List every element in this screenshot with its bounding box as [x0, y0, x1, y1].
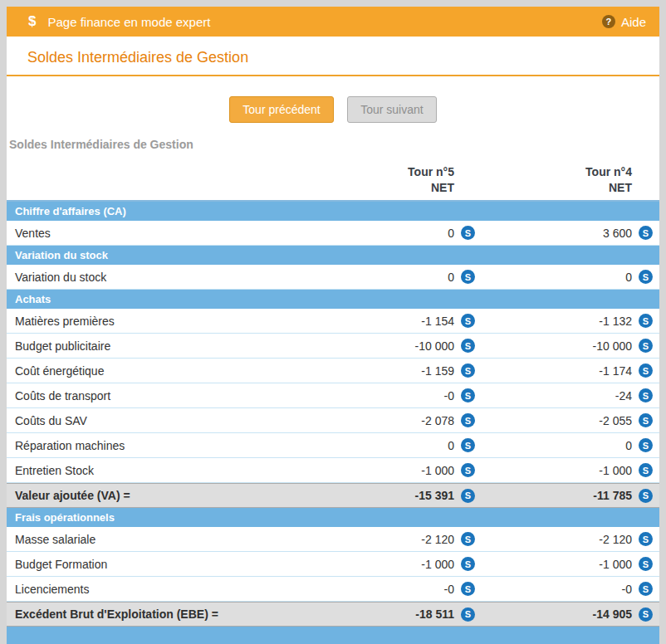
- details-s-icon[interactable]: S: [639, 363, 653, 378]
- details-s-icon[interactable]: S: [461, 363, 475, 378]
- row-label: Masse salariale: [15, 533, 292, 546]
- data-row: Masse salariale-2 120S-2 120S: [7, 527, 659, 552]
- details-s-icon[interactable]: S: [461, 314, 475, 328]
- value-text: -2 120: [599, 533, 632, 546]
- value-text: -1 154: [421, 315, 454, 328]
- value-cell: -1 000S: [475, 463, 659, 477]
- value-text: -0: [444, 389, 454, 402]
- tour-precedent-button[interactable]: Tour précédent: [229, 96, 333, 123]
- details-s-icon[interactable]: S: [461, 413, 475, 427]
- value-cell: 0S: [475, 270, 659, 284]
- value-cell: -2 120S: [292, 532, 475, 546]
- data-row: Budget publicitaire-10 000S-10 000S: [7, 334, 659, 359]
- section-header-label: Chiffre d'affaires (CA): [15, 205, 126, 217]
- value-text: -1 000: [421, 558, 454, 571]
- column-header-text: Tour n°5 NET: [408, 164, 454, 196]
- value-text: -1 132: [599, 315, 632, 328]
- column-subtitle: NET: [408, 180, 454, 196]
- details-s-icon[interactable]: S: [639, 582, 653, 596]
- details-s-icon[interactable]: S: [461, 438, 475, 452]
- data-row: Coûts de transport-0S-24S: [7, 383, 659, 408]
- value-cell: -15 391S: [292, 489, 475, 503]
- details-s-icon[interactable]: S: [461, 489, 475, 503]
- value-cell: -1 000S: [475, 557, 659, 571]
- value-cell: 0S: [292, 438, 475, 452]
- data-row: Budget Formation-1 000S-1 000S: [7, 552, 659, 577]
- column-subtitle: NET: [585, 180, 632, 196]
- details-s-icon[interactable]: S: [639, 388, 653, 402]
- row-label: Réparation machines: [15, 439, 292, 452]
- details-s-icon[interactable]: S: [639, 339, 653, 353]
- table-header-row: Tour n°5 NET Tour n°4 NET: [7, 159, 659, 202]
- section-header-row: Frais opérationnels: [7, 508, 659, 527]
- row-label: Coûts de transport: [15, 389, 292, 402]
- value-cell: -1 000S: [292, 557, 475, 571]
- value-cell: -2 078S: [292, 413, 475, 427]
- value-text: -24: [615, 389, 632, 402]
- section-header-label: Variation du stock: [15, 249, 108, 261]
- details-s-icon[interactable]: S: [639, 226, 653, 240]
- top-bar: $ Page finance en mode expert ? Aide: [7, 7, 659, 37]
- details-s-icon[interactable]: S: [461, 557, 475, 571]
- details-s-icon[interactable]: S: [639, 607, 653, 622]
- details-s-icon[interactable]: S: [639, 463, 653, 477]
- data-row: Coût énergétique-1 159S-1 174S: [7, 359, 659, 383]
- details-s-icon[interactable]: S: [639, 270, 653, 284]
- details-s-icon[interactable]: S: [461, 582, 475, 596]
- column-header-tour4: Tour n°4 NET: [475, 164, 659, 196]
- data-row: Variation du stock0S0S: [7, 265, 659, 290]
- details-s-icon[interactable]: S: [639, 489, 653, 503]
- value-text: -2 078: [421, 414, 454, 427]
- details-s-icon[interactable]: S: [461, 226, 475, 240]
- value-cell: -14 905S: [475, 607, 659, 622]
- details-s-icon[interactable]: S: [639, 314, 653, 328]
- dollar-icon: $: [28, 13, 36, 30]
- topbar-title: Page finance en mode expert: [47, 15, 210, 29]
- value-text: -0: [444, 583, 454, 596]
- value-cell: -1 132S: [475, 314, 659, 328]
- column-title: Tour n°4: [585, 164, 632, 180]
- details-s-icon[interactable]: S: [639, 532, 653, 546]
- value-text: -18 511: [415, 607, 454, 621]
- value-text: -1 159: [421, 364, 454, 378]
- details-s-icon[interactable]: S: [461, 339, 475, 353]
- details-s-icon[interactable]: S: [639, 557, 653, 571]
- data-row: Ventes0S3 600S: [7, 221, 659, 246]
- row-label: Valeur ajoutée (VA) =: [15, 489, 292, 502]
- value-text: 0: [625, 439, 632, 452]
- value-cell: -2 120S: [475, 532, 659, 546]
- section-header-row: Achats: [7, 290, 659, 309]
- value-cell: 0S: [292, 270, 475, 284]
- details-s-icon[interactable]: S: [639, 413, 653, 427]
- help-label: Aide: [621, 15, 646, 29]
- column-header-text: Tour n°4 NET: [585, 164, 632, 196]
- column-header-tour5: Tour n°5 NET: [292, 164, 475, 196]
- value-text: 0: [625, 271, 632, 284]
- column-title: Tour n°5: [408, 164, 454, 180]
- details-s-icon[interactable]: S: [461, 607, 475, 622]
- help-button[interactable]: ? Aide: [602, 15, 646, 29]
- value-cell: -1 154S: [292, 314, 475, 328]
- tour-suivant-button[interactable]: Tour suivant: [347, 96, 436, 123]
- data-row: Entretien Stock-1 000S-1 000S: [7, 458, 659, 483]
- value-text: -1 000: [421, 464, 454, 477]
- data-row: Licenciements-0S-0S: [7, 577, 659, 602]
- value-cell: -1 000S: [292, 463, 475, 477]
- details-s-icon[interactable]: S: [461, 463, 475, 477]
- details-s-icon[interactable]: S: [461, 532, 475, 546]
- value-cell: -10 000S: [475, 339, 659, 353]
- details-s-icon[interactable]: S: [461, 270, 475, 284]
- value-cell: -18 511S: [292, 607, 475, 622]
- details-s-icon[interactable]: S: [639, 438, 653, 452]
- details-s-icon[interactable]: S: [461, 388, 475, 402]
- value-text: -2 055: [599, 414, 632, 427]
- value-cell: -10 000S: [292, 339, 475, 353]
- value-cell: 0S: [292, 226, 475, 240]
- help-question-icon: ?: [602, 15, 615, 28]
- tour-buttons-row: Tour précédent Tour suivant: [7, 76, 659, 134]
- value-text: -1 000: [599, 558, 632, 571]
- section-header-label: Achats: [15, 293, 51, 305]
- value-text: -0: [622, 583, 632, 596]
- value-text: -1 174: [599, 364, 632, 378]
- value-cell: -0S: [475, 582, 659, 596]
